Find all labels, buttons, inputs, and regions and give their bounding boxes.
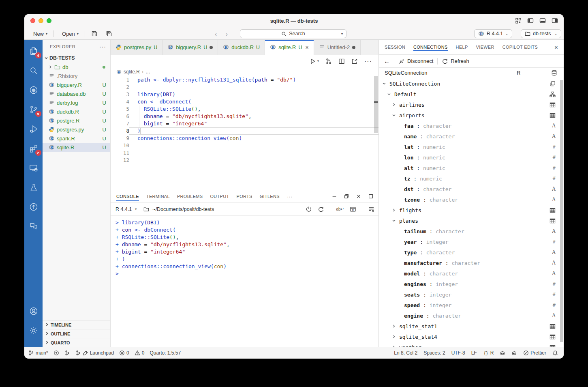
tab-duckdb-r[interactable]: Rduckdb.RU xyxy=(218,40,265,55)
status-encoding[interactable]: UTF-8 xyxy=(451,350,465,356)
interpreter-selector[interactable]: R R 4.4.1 ⌄ xyxy=(474,29,512,38)
tree-field-model[interactable]: model : characterA xyxy=(379,268,564,279)
tree-node-airlines[interactable]: airlines xyxy=(379,99,564,110)
navigate-back-icon[interactable]: ‹ xyxy=(215,30,217,37)
file-item-Rhistory[interactable]: .Rhistory xyxy=(43,71,110,80)
activity-github[interactable] xyxy=(27,84,40,97)
activity-beaker[interactable] xyxy=(27,181,40,194)
panel-tab-console[interactable]: CONSOLE xyxy=(116,190,139,202)
chevron-right-icon[interactable] xyxy=(392,324,398,328)
file-item-duckdb-R[interactable]: Rduckdb.RU xyxy=(43,107,110,116)
console-output[interactable]: > library(DBI)+ con <- dbConnect(+ RSQLi… xyxy=(111,216,378,347)
tree-field-tailnum[interactable]: tailnum : characterA xyxy=(379,226,564,236)
file-item-database-db[interactable]: database.dbU xyxy=(43,89,110,98)
navigate-forward-icon[interactable]: › xyxy=(226,30,228,37)
tree-field-year[interactable]: year : integer# xyxy=(379,236,564,247)
status-warning-count[interactable]: 0 xyxy=(135,350,145,356)
chevron-right-icon[interactable] xyxy=(392,335,398,339)
close-tab-icon[interactable]: × xyxy=(306,44,309,51)
tree-field-seats[interactable]: seats : integer# xyxy=(379,289,564,300)
explorer-root-folder[interactable]: DB-TESTS xyxy=(43,54,110,62)
chevron-down-icon[interactable] xyxy=(382,82,389,86)
chevron-down-icon[interactable] xyxy=(392,219,398,223)
run-file-icon[interactable]: ▾ xyxy=(310,58,319,64)
tree-field-alt[interactable]: alt : numeric# xyxy=(379,163,564,173)
minimize-panel-icon[interactable] xyxy=(331,194,337,199)
status-copilot[interactable] xyxy=(500,350,505,356)
chevron-right-icon[interactable] xyxy=(392,103,398,107)
file-item-spark-R[interactable]: Rspark.RU xyxy=(43,134,110,143)
status-branch-indicator[interactable]: main* xyxy=(28,350,48,356)
editor-scrollbar[interactable] xyxy=(374,76,378,190)
tree-field-lat[interactable]: lat : numeric# xyxy=(379,142,564,152)
file-item-postgres-py[interactable]: postgres.pyU xyxy=(43,125,110,134)
toggle-bottom-panel-icon[interactable] xyxy=(539,17,546,24)
save-all-icon[interactable] xyxy=(103,29,115,38)
panel-more-tabs-icon[interactable]: ··· xyxy=(287,194,293,200)
file-item-postgre-R[interactable]: Rpostgre.RU xyxy=(43,116,110,125)
tree-field-type[interactable]: type : characterA xyxy=(379,247,564,258)
tree-node-planes[interactable]: planes xyxy=(379,215,564,226)
breadcrumb-file[interactable]: sqlite.R xyxy=(124,69,140,75)
maximize-panel-icon[interactable] xyxy=(368,194,374,199)
activity-extensions[interactable]: 2 xyxy=(27,142,40,155)
connections-scrollbar[interactable] xyxy=(560,78,564,347)
panel-tab-connections[interactable]: CONNECTIONS xyxy=(413,41,448,53)
tree-field-engines[interactable]: engines : integer# xyxy=(379,279,564,289)
tree-field-tzone[interactable]: tzone : characterA xyxy=(379,194,564,205)
tree-field-lon[interactable]: lon : numeric# xyxy=(379,152,564,163)
back-icon[interactable]: ← xyxy=(384,58,390,64)
activity-search[interactable] xyxy=(27,64,40,77)
panel-tab-viewer[interactable]: VIEWER xyxy=(476,41,494,53)
status-eol[interactable]: LF xyxy=(471,350,477,356)
activity-run-debug[interactable] xyxy=(27,123,40,135)
status-language-mode[interactable]: {}R xyxy=(483,350,494,356)
file-item-derby-log[interactable]: derby.logU xyxy=(43,98,110,107)
working-directory[interactable]: ~/Documents/posit/db-tests xyxy=(152,206,214,212)
connection-header-row[interactable]: SQLiteConnection R xyxy=(379,68,564,78)
status-commit-graph[interactable] xyxy=(64,350,70,356)
panel-tab-terminal[interactable]: TERMINAL xyxy=(146,190,170,202)
chevron-right-icon[interactable] xyxy=(392,208,398,212)
activity-account[interactable] xyxy=(27,305,40,318)
panel-tab-ports[interactable]: PORTS xyxy=(237,190,252,202)
clear-console-icon[interactable] xyxy=(368,206,374,213)
tab-bigquery-r[interactable]: Rbigquery.RU xyxy=(163,40,218,55)
word-wrap-icon[interactable]: ab↵ xyxy=(336,207,344,211)
open-button[interactable]: Open ▾ xyxy=(57,30,81,38)
new-button[interactable]: New ▾ xyxy=(28,30,50,38)
workspace-selector[interactable]: db-tests ⌄ xyxy=(521,29,561,38)
status-assistant[interactable] xyxy=(511,350,517,356)
editor-more-actions-icon[interactable]: ··· xyxy=(364,58,372,65)
section-timeline[interactable]: TIMELINE xyxy=(43,320,110,329)
code-editor[interactable]: 1path <- dbplyr::nycflights131_sqlite(pa… xyxy=(111,76,378,190)
tab-postgres-py[interactable]: postgres.pyU xyxy=(111,40,163,55)
panel-tab-problems[interactable]: PROBLEMS xyxy=(177,190,203,202)
tree-field-manufacturer[interactable]: manufacturer : characterA xyxy=(379,258,564,268)
section-quarto[interactable]: QUARTO xyxy=(43,338,110,347)
chevron-right-icon[interactable] xyxy=(48,64,53,70)
interrupt-icon[interactable] xyxy=(306,206,312,213)
customize-layout-icon[interactable] xyxy=(515,17,522,24)
tab-sqlite-r[interactable]: Rsqlite.RU× xyxy=(265,40,314,55)
chevron-down-icon[interactable]: ▾ xyxy=(341,32,343,36)
activity-remote-window[interactable] xyxy=(27,161,40,174)
status-publish-changes[interactable] xyxy=(53,350,59,356)
breadcrumb[interactable]: R sqlite.R › … xyxy=(111,67,378,76)
close-secondary-panel-icon[interactable]: × xyxy=(554,44,558,51)
tree-node-sqlite-stat1[interactable]: sqlite_stat1 xyxy=(379,321,564,331)
tree-node-default[interactable]: Default xyxy=(379,89,564,99)
open-console-window-icon[interactable]: R xyxy=(350,206,356,213)
tree-node-flights[interactable]: flights xyxy=(379,205,564,215)
panel-tab-output[interactable]: OUTPUT xyxy=(210,190,229,202)
panel-tab-gitlens[interactable]: GITLENS xyxy=(260,190,280,202)
open-in-new-window-icon[interactable] xyxy=(351,58,358,64)
file-item-bigquery-R[interactable]: Rbigquery.RU xyxy=(43,80,110,89)
scrollbar-thumb[interactable] xyxy=(374,76,378,133)
tree-field-speed[interactable]: speed : integer# xyxy=(379,300,564,310)
explorer-more-actions-icon[interactable]: ··· xyxy=(99,43,106,50)
panel-tab-help[interactable]: HELP xyxy=(456,41,468,53)
scrollbar-thumb[interactable] xyxy=(560,80,563,342)
tree-node-airports[interactable]: airports xyxy=(379,110,564,120)
file-item-db[interactable]: db xyxy=(43,62,110,71)
